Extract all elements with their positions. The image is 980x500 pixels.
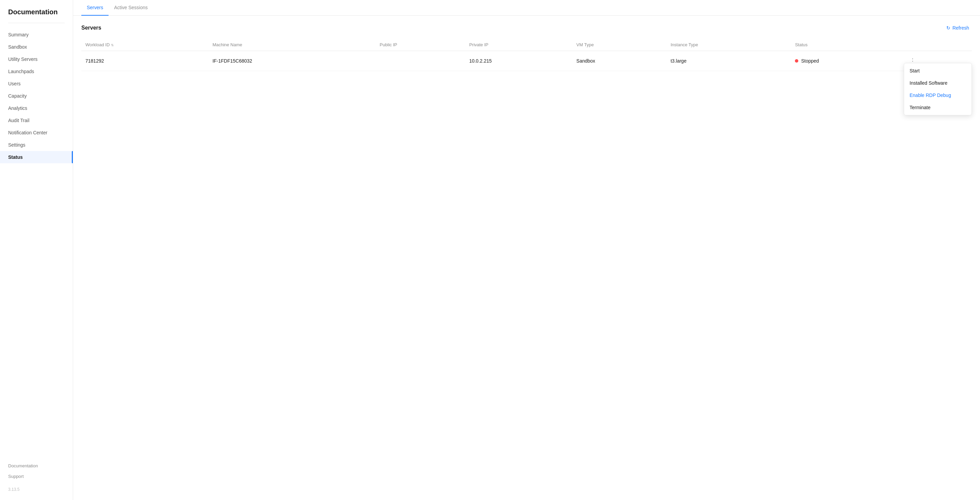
dropdown-item-enable-rdp-debug[interactable]: Enable RDP Debug [904, 89, 972, 102]
col-instance-type: Instance Type [667, 39, 791, 51]
dropdown-item-start[interactable]: Start [904, 65, 972, 77]
table-head: Workload ID ⇅Machine NamePublic IPPrivat… [81, 39, 972, 51]
sidebar-bottom-documentation[interactable]: Documentation [0, 460, 73, 471]
tab-active-sessions[interactable]: Active Sessions [108, 0, 153, 16]
content-area: Servers ↻ Refresh Workload ID ⇅Machine N… [73, 16, 980, 500]
section-header: Servers ↻ Refresh [81, 24, 972, 32]
sidebar-logo: Documentation [0, 8, 73, 23]
sidebar-item-analytics[interactable]: Analytics [0, 102, 73, 114]
sidebar-item-notification-center[interactable]: Notification Center [0, 127, 73, 139]
vm-type-cell: Sandbox [572, 51, 667, 71]
status-indicator [795, 59, 798, 63]
col-private-ip: Private IP [465, 39, 572, 51]
col-vm-type: VM Type [572, 39, 667, 51]
refresh-button[interactable]: ↻ Refresh [943, 24, 972, 32]
sidebar-item-capacity[interactable]: Capacity [0, 90, 73, 102]
sidebar-divider [8, 23, 65, 23]
refresh-icon: ↻ [946, 25, 950, 31]
tabs-bar: ServersActive Sessions [73, 0, 980, 16]
sidebar-item-status[interactable]: Status [0, 151, 73, 163]
servers-table: Workload ID ⇅Machine NamePublic IPPrivat… [81, 39, 972, 71]
sidebar-item-utility-servers[interactable]: Utility Servers [0, 53, 73, 65]
instance-type-cell: t3.large [667, 51, 791, 71]
sidebar-nav: SummarySandboxUtility ServersLaunchpadsU… [0, 29, 73, 460]
table-header-row: Workload ID ⇅Machine NamePublic IPPrivat… [81, 39, 972, 51]
public-ip-cell [375, 51, 465, 71]
status-cell: Stopped [791, 51, 903, 71]
col-machine-name: Machine Name [208, 39, 375, 51]
col-actions [903, 39, 972, 51]
status-label: Stopped [801, 58, 819, 63]
context-menu: StartInstalled SoftwareEnable RDP DebugT… [904, 63, 972, 115]
dropdown-item-terminate[interactable]: Terminate [904, 102, 972, 114]
sidebar-item-launchpads[interactable]: Launchpads [0, 65, 73, 78]
main-content: ServersActive Sessions Servers ↻ Refresh… [73, 0, 980, 500]
sidebar-item-sandbox[interactable]: Sandbox [0, 41, 73, 53]
col-workload-id[interactable]: Workload ID ⇅ [81, 39, 208, 51]
machine-name-cell: IF-1FDF15C68032 [208, 51, 375, 71]
table-row: 7181292IF-1FDF15C6803210.0.2.215Sandboxt… [81, 51, 972, 71]
dropdown-item-installed-software[interactable]: Installed Software [904, 77, 972, 89]
sidebar-item-settings[interactable]: Settings [0, 139, 73, 151]
sidebar-item-audit-trail[interactable]: Audit Trail [0, 114, 73, 127]
sidebar-bottom-support[interactable]: Support [0, 471, 73, 482]
sidebar-version: 3.13.5 [0, 484, 73, 495]
col-public-ip: Public IP [375, 39, 465, 51]
sidebar: Documentation SummarySandboxUtility Serv… [0, 0, 73, 500]
tab-servers[interactable]: Servers [81, 0, 108, 16]
refresh-label: Refresh [953, 25, 969, 31]
sidebar-item-users[interactable]: Users [0, 78, 73, 90]
sidebar-item-summary[interactable]: Summary [0, 29, 73, 41]
col-status: Status [791, 39, 903, 51]
table-body: 7181292IF-1FDF15C6803210.0.2.215Sandboxt… [81, 51, 972, 71]
servers-section-title: Servers [81, 25, 102, 31]
workload-id-cell: 7181292 [81, 51, 208, 71]
private-ip-cell: 10.0.2.215 [465, 51, 572, 71]
sidebar-bottom: DocumentationSupport [0, 460, 73, 484]
